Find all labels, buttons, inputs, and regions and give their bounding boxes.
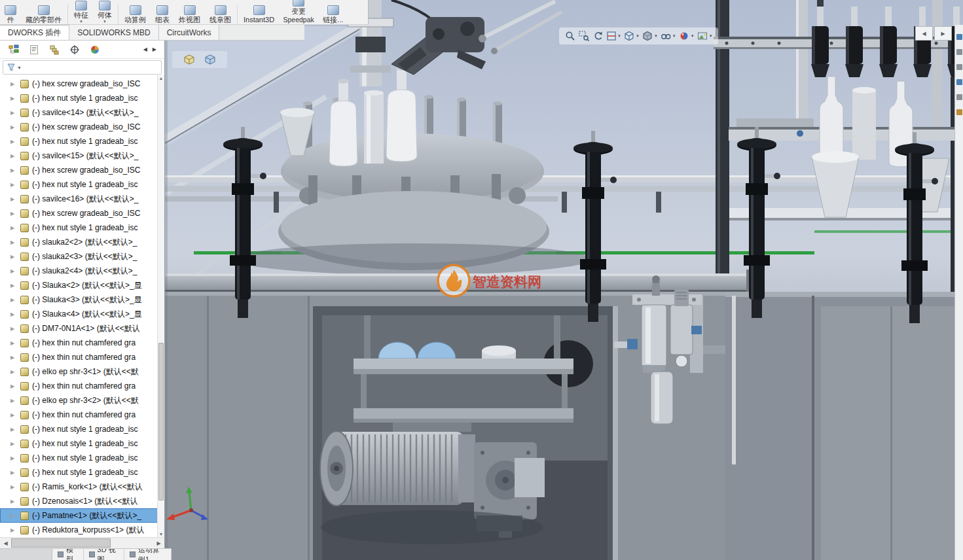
ribbon-button[interactable]: 特征▼ [69, 0, 93, 24]
expand-arrow-icon[interactable]: ▶ [10, 196, 20, 202]
zoom-fit-icon[interactable] [564, 29, 576, 43]
view-palette-icon[interactable] [956, 79, 962, 85]
tab-splitter-box[interactable] [0, 549, 52, 560]
tab-motion-study[interactable]: 运动算例1 [124, 549, 172, 560]
expand-arrow-icon[interactable]: ▶ [10, 153, 20, 159]
tree-horizontal-scrollbar[interactable]: ◀ ▶ [0, 537, 164, 548]
propertymanager-tab-icon[interactable] [28, 44, 40, 56]
display-style-icon[interactable] [642, 29, 654, 43]
ribbon-button[interactable]: 线章图 [205, 0, 236, 24]
tree-item[interactable]: ▶(-) slauka2<2> (默认<<默认>_ [0, 235, 164, 249]
dimxpertmanager-tab-icon[interactable] [69, 44, 81, 56]
displaymanager-tab-icon[interactable] [89, 44, 101, 56]
expand-arrow-icon[interactable]: ▶ [10, 225, 20, 231]
expand-arrow-icon[interactable]: ▶ [10, 427, 20, 432]
scroll-left-icon[interactable]: ◀ [0, 538, 11, 548]
expand-arrow-icon[interactable]: ▶ [10, 167, 20, 173]
scrollbar-thumb[interactable] [11, 538, 111, 548]
tree-item[interactable]: ▶(-) Reduktora_korpuss<1> (默认 [0, 523, 164, 537]
zoom-area-icon[interactable] [577, 29, 590, 43]
ribbon-button[interactable]: 炸视图 [174, 0, 205, 24]
tree-item[interactable]: ▶(-) hex screw gradeab_iso_ISC [0, 120, 164, 134]
ribbon-button[interactable]: 变更 Speedpak [279, 0, 318, 24]
tree-item[interactable]: ▶(-) hex nut style 1 gradeab_isc [0, 422, 164, 436]
scrollbar-track[interactable] [111, 538, 153, 548]
tree-item[interactable]: ▶(-) savilce<14> (默认<<默认>_ [0, 105, 164, 120]
expand-arrow-icon[interactable]: ▶ [10, 283, 20, 289]
appearances-icon[interactable] [956, 94, 962, 100]
expand-arrow-icon[interactable]: ▶ [10, 398, 20, 404]
expand-arrow-icon[interactable]: ▶ [10, 513, 20, 519]
expand-arrow-icon[interactable]: ▶ [10, 326, 20, 332]
tree-item[interactable]: ▶(-) hex nut style 1 gradeab_isc [0, 436, 164, 451]
tree-item[interactable]: ▶(-) DM7-0N1A<1> (默认<<默认 [0, 321, 164, 336]
tab-circuitworks[interactable]: CircuitWorks [159, 25, 220, 40]
tree-vertical-scrollbar[interactable]: ▲ ▼ [157, 75, 164, 537]
tree-item[interactable]: ▶(-) Slauka<3> (默认<<默认>_显 [0, 292, 164, 307]
dropdown-caret-icon[interactable]: ▼ [709, 34, 713, 38]
expand-arrow-icon[interactable]: ▶ [10, 455, 20, 461]
expand-arrow-icon[interactable]: ▶ [10, 110, 20, 116]
tree-item[interactable]: ▶(-) hex nut style 1 gradeab_isc [0, 177, 164, 192]
dropdown-caret-icon[interactable]: ▼ [691, 34, 695, 38]
expand-arrow-icon[interactable]: ▶ [10, 268, 20, 274]
expand-arrow-icon[interactable]: ▶ [10, 499, 20, 504]
tree-item[interactable]: ▶(-) slauka2<4> (默认<<默认>_ [0, 264, 164, 278]
pane-toggle-right-button[interactable]: ▶ [934, 26, 952, 41]
tree-item[interactable]: ▶(-) hex thin nut chamfered gra [0, 350, 164, 364]
ribbon-button[interactable]: Instant3D [239, 0, 279, 24]
file-explorer-icon[interactable] [956, 64, 962, 70]
ribbon-button[interactable]: 件 [0, 0, 21, 24]
edit-appearance-icon[interactable] [678, 29, 691, 43]
tree-item[interactable]: ▶(-) elko ep shr-3<2> (默认<<默 [0, 393, 164, 408]
ribbon-button[interactable]: 动算例 [120, 0, 151, 24]
tree-filter-bar[interactable]: ▼ [3, 60, 162, 75]
expand-arrow-icon[interactable]: ▶ [10, 441, 20, 447]
expand-arrow-icon[interactable]: ▶ [10, 412, 20, 418]
tree-item[interactable]: ▶(-) savilce<16> (默认<<默认>_ [0, 192, 164, 206]
view-orientation-icon[interactable] [623, 29, 636, 43]
expand-arrow-icon[interactable]: ▶ [10, 470, 20, 476]
scroll-right-icon[interactable]: ▶ [153, 538, 164, 548]
tree-item[interactable]: ▶(-) hex screw gradeab_iso_ISC [0, 206, 164, 220]
expand-arrow-icon[interactable]: ▶ [10, 369, 20, 375]
tree-item[interactable]: ▶(-) Slauka<4> (默认<<默认>_显 [0, 307, 164, 321]
tree-item[interactable]: ▶(-) savilce<15> (默认<<默认>_ [0, 149, 164, 163]
resources-icon[interactable] [956, 34, 962, 40]
dropdown-caret-icon[interactable]: ▼ [654, 34, 658, 38]
expand-arrow-icon[interactable]: ▶ [10, 311, 20, 317]
tree-item[interactable]: ▶(-) hex nut style 1 gradeab_isc [0, 465, 164, 480]
expand-arrow-icon[interactable]: ▶ [10, 81, 20, 87]
tree-item[interactable]: ▶(-) slauka2<3> (默认<<默认>_ [0, 249, 164, 264]
section-view-icon[interactable] [605, 29, 617, 43]
tab-solidworks-mbd[interactable]: SOLIDWORKS MBD [69, 25, 158, 40]
tree-item[interactable]: ▶(-) hex nut style 1 gradeab_isc [0, 134, 164, 149]
tree-item[interactable]: ▶(-) Ramis_kork<1> (默认<<默认 [0, 480, 164, 494]
expand-arrow-icon[interactable]: ▶ [10, 211, 20, 217]
expand-arrow-icon[interactable]: ▶ [10, 297, 20, 303]
tree-item-selected[interactable]: ▶(-) Pamatne<1> (默认<<默认>_ [0, 508, 164, 523]
configurationmanager-tab-icon[interactable] [48, 44, 60, 56]
panel-overflow-icon[interactable]: ◀ [143, 46, 147, 52]
dropdown-caret-icon[interactable]: ▼ [672, 34, 676, 38]
tree-item[interactable]: ▶(-) hex nut style 1 gradeab_isc [0, 451, 164, 465]
component-cube-icon[interactable] [204, 54, 216, 65]
dropdown-caret-icon[interactable]: ▼ [636, 34, 640, 38]
scroll-down-icon[interactable]: ▼ [158, 532, 164, 536]
scrollbar-thumb[interactable] [158, 343, 164, 500]
expand-arrow-icon[interactable]: ▶ [10, 254, 20, 260]
tree-item[interactable]: ▶(-) Slauka<2> (默认<<默认>_显 [0, 278, 164, 292]
ribbon-button[interactable]: 细表 [151, 0, 174, 24]
dropdown-caret-icon[interactable]: ▼ [617, 34, 621, 38]
expand-arrow-icon[interactable]: ▶ [10, 139, 20, 145]
expand-arrow-icon[interactable]: ▶ [10, 96, 20, 101]
pane-toggle-left-button[interactable]: ◀ [915, 26, 933, 41]
ribbon-button[interactable]: 链接... [318, 0, 348, 24]
tree-item[interactable]: ▶(-) hex screw gradeab_iso_ISC [0, 163, 164, 177]
expand-arrow-icon[interactable]: ▶ [10, 383, 20, 389]
featuremanager-tab-icon[interactable] [8, 44, 20, 56]
scroll-up-icon[interactable]: ▲ [158, 75, 164, 80]
component-cube-icon[interactable] [183, 54, 195, 65]
ribbon-button[interactable]: 藏的零部件 [21, 0, 66, 24]
tab-solidworks-addins[interactable]: DWORKS 插件 [0, 25, 69, 40]
